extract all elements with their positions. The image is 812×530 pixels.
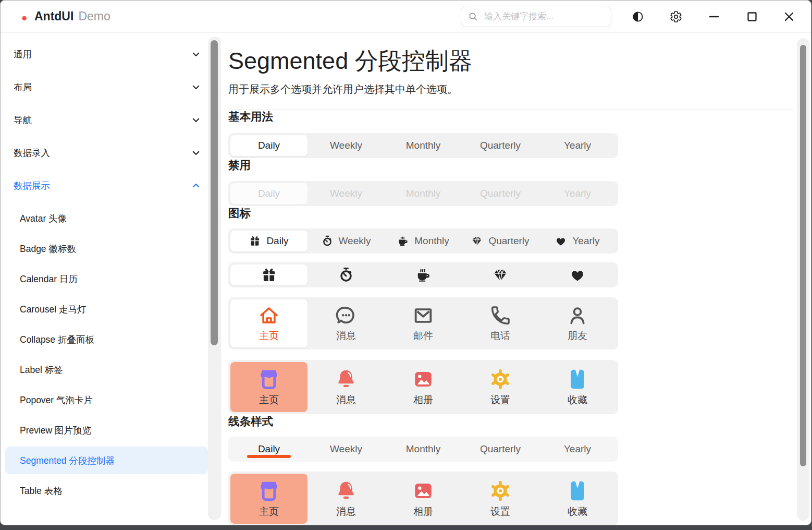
gear-icon	[489, 368, 512, 391]
segment-option-monthly[interactable]: Monthly	[385, 231, 462, 251]
segment-option-messages[interactable]: 消息	[307, 299, 385, 347]
photo-icon	[412, 479, 435, 502]
segment-option-yearly[interactable]: Yearly	[539, 135, 616, 156]
segment-option-favorites[interactable]: 收藏	[539, 474, 616, 524]
segment-option-favorites[interactable]: 收藏	[539, 362, 616, 412]
main-scrollbar-thumb[interactable]	[800, 45, 806, 466]
diamond-icon	[471, 235, 483, 247]
segment-option-yearly[interactable]: Yearly	[539, 231, 616, 251]
sidebar-group-layout[interactable]: 布局	[1, 70, 208, 103]
bookmark-icon	[566, 479, 589, 502]
segmented-icons-only	[228, 262, 618, 287]
segment-option-coffee[interactable]	[385, 264, 462, 285]
sidebar-item-badge[interactable]: Badge 徽标数	[5, 235, 208, 262]
search-box[interactable]	[461, 6, 611, 27]
segment-option-quarterly-disabled: Quarterly	[462, 183, 539, 204]
search-input[interactable]	[483, 11, 605, 22]
sidebar-group-data-entry[interactable]: 数据录入	[1, 136, 208, 169]
segment-option-daily[interactable]: Daily	[230, 231, 307, 251]
sidebar-group-label: 布局	[14, 81, 32, 93]
segment-option-weekly[interactable]: Weekly	[307, 231, 385, 251]
sidebar-item-table[interactable]: Table 表格	[5, 477, 208, 504]
segment-option-quarterly[interactable]: Quarterly	[462, 231, 539, 251]
mail-icon	[412, 305, 434, 327]
sidebar-group-label: 数据展示	[14, 179, 50, 192]
stopwatch-icon	[322, 235, 333, 247]
sidebar-item-carousel[interactable]: Carousel 走马灯	[5, 295, 208, 323]
chevron-down-icon	[191, 82, 201, 92]
bell-icon	[335, 368, 358, 391]
segment-option-monthly[interactable]: Monthly	[385, 439, 462, 460]
sidebar-item-calendar[interactable]: Calendar 日历	[5, 265, 208, 293]
sidebar-item-popover[interactable]: Popover 气泡卡片	[5, 386, 208, 414]
segment-option-weekly[interactable]: Weekly	[307, 439, 385, 460]
segment-option-daily[interactable]: Daily	[230, 439, 307, 460]
segment-option-quarterly[interactable]: Quarterly	[462, 439, 539, 460]
section-header-basic: 基本用法	[228, 110, 811, 125]
segmented-disabled: Daily Weekly Monthly Quarterly Yearly	[228, 181, 618, 206]
titlebar: AntdUI Demo	[1, 1, 811, 33]
segment-option-monthly-disabled: Monthly	[385, 183, 462, 204]
segment-option-settings[interactable]: 设置	[462, 474, 539, 524]
sidebar-item-label: Label 标签	[20, 364, 63, 376]
theme-toggle-button[interactable]	[626, 5, 649, 28]
section-header-line: 线条样式	[228, 414, 811, 429]
maximize-button[interactable]	[741, 5, 764, 28]
segment-option-gift[interactable]	[230, 264, 307, 285]
segmented-colored-icons-clipped: 主页 消息 相册 设置 收藏	[228, 472, 618, 525]
sidebar-group-label: 导航	[14, 114, 32, 126]
close-button[interactable]	[778, 5, 801, 28]
segment-option-album[interactable]: 相册	[385, 362, 462, 412]
segment-option-heart[interactable]	[539, 264, 616, 285]
sidebar-group-label: 通用	[14, 48, 32, 61]
stopwatch-icon	[338, 267, 354, 283]
heart-icon	[570, 267, 585, 283]
sidebar-group-general[interactable]: 通用	[1, 38, 208, 70]
sidebar-group-navigation[interactable]: 导航	[1, 103, 208, 136]
segment-option-stopwatch[interactable]	[307, 264, 385, 285]
segment-option-messages[interactable]: 消息	[307, 474, 385, 524]
coffee-icon	[397, 235, 409, 247]
sidebar-item-label: Avatar 头像	[20, 212, 67, 225]
minimize-icon	[708, 10, 720, 23]
sidebar-item-label[interactable]: Label 标签	[5, 356, 208, 383]
maximize-icon	[746, 10, 758, 23]
segment-option-yearly[interactable]: Yearly	[539, 439, 616, 460]
gift-icon	[261, 267, 277, 283]
segment-option-home[interactable]: 主页	[230, 299, 307, 347]
segment-option-mail[interactable]: 邮件	[385, 299, 462, 347]
bookmark-icon	[566, 368, 589, 391]
segment-option-daily[interactable]: Daily	[230, 135, 307, 156]
diamond-icon	[493, 267, 508, 283]
main-scrollbar[interactable]	[797, 38, 809, 521]
segment-option-daily-disabled: Daily	[230, 183, 307, 204]
segment-option-messages[interactable]: 消息	[307, 362, 385, 412]
segment-option-settings[interactable]: 设置	[462, 362, 539, 412]
sidebar-item-label: Collapse 折叠面板	[20, 333, 94, 346]
coffee-icon	[415, 267, 431, 283]
segment-option-quarterly[interactable]: Quarterly	[462, 135, 539, 156]
minimize-button[interactable]	[703, 5, 725, 28]
phone-icon	[489, 305, 511, 327]
sidebar-item-preview[interactable]: Preview 图片预览	[5, 416, 208, 444]
chevron-down-icon	[191, 115, 201, 125]
settings-gear-icon	[670, 10, 682, 23]
segment-option-friends[interactable]: 朋友	[539, 299, 616, 347]
segment-option-diamond[interactable]	[462, 264, 539, 285]
settings-button[interactable]	[665, 5, 687, 28]
sidebar-group-data-display[interactable]: 数据展示	[1, 169, 208, 202]
segment-option-weekly[interactable]: Weekly	[307, 135, 385, 156]
segment-option-album[interactable]: 相册	[385, 474, 462, 524]
segment-option-phone[interactable]: 电话	[462, 299, 539, 347]
sidebar-scrollbar[interactable]	[208, 37, 221, 520]
sidebar-item-segmented[interactable]: Segmented 分段控制器	[5, 447, 208, 474]
gift-icon	[249, 235, 261, 247]
segment-option-home[interactable]: 主页	[230, 474, 307, 524]
sidebar-item-collapse[interactable]: Collapse 折叠面板	[5, 326, 208, 353]
sidebar-item-avatar[interactable]: Avatar 头像	[5, 204, 208, 232]
sidebar-scrollbar-thumb[interactable]	[211, 40, 218, 345]
sidebar-item-label: Carousel 走马灯	[20, 303, 86, 316]
segment-option-monthly[interactable]: Monthly	[385, 135, 462, 156]
home-icon	[258, 305, 280, 327]
segment-option-home[interactable]: 主页	[230, 362, 307, 412]
